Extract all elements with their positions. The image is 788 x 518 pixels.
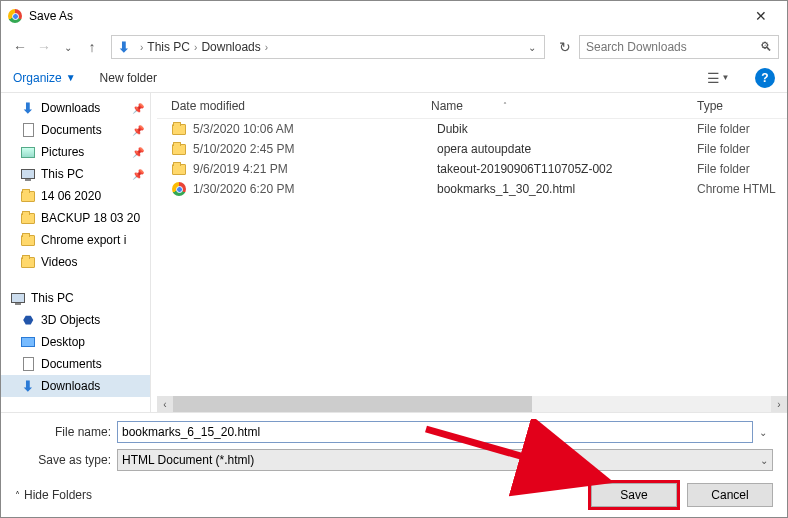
search-placeholder: Search Downloads [586, 40, 687, 54]
footer: File name: ⌄ Save as type: HTML Document… [1, 412, 787, 517]
sidebar-label: This PC [31, 291, 74, 305]
sidebar-item-videos[interactable]: Videos [1, 251, 150, 273]
navbar: ← → ⌄ ↑ ⬇ › This PC › Downloads › ⌄ ↻ Se… [1, 31, 787, 63]
document-icon [21, 357, 35, 371]
filename-label: File name: [15, 425, 111, 439]
download-icon: ⬇ [21, 379, 35, 393]
folder-icon [171, 161, 187, 177]
cell-date: 5/10/2020 2:45 PM [193, 142, 437, 156]
sidebar-label: Documents [41, 357, 102, 371]
cell-type: File folder [697, 122, 787, 136]
folder-icon [21, 189, 35, 203]
save-as-dialog: Save As ✕ ← → ⌄ ↑ ⬇ › This PC › Download… [0, 0, 788, 518]
hide-folders-button[interactable]: ˄ Hide Folders [15, 488, 92, 502]
desktop-icon [21, 335, 35, 349]
type-label: Save as type: [15, 453, 111, 467]
pin-icon: 📌 [132, 147, 144, 158]
cell-type: File folder [697, 162, 787, 176]
chevron-right-icon: › [140, 42, 143, 53]
sidebar-item-desktop[interactable]: Desktop [1, 331, 150, 353]
col-name[interactable]: Name˄ [431, 99, 697, 113]
folder-icon [21, 255, 35, 269]
recent-dropdown[interactable]: ⌄ [57, 36, 79, 58]
scroll-track[interactable] [173, 396, 771, 412]
table-row[interactable]: 9/6/2019 4:21 PMtakeout-20190906T110705Z… [157, 159, 787, 179]
chevron-down-icon: ▼ [66, 72, 76, 83]
sidebar-label: BACKUP 18 03 20 [41, 211, 140, 225]
organize-label: Organize [13, 71, 62, 85]
close-button[interactable]: ✕ [741, 8, 781, 24]
new-folder-button[interactable]: New folder [100, 71, 157, 85]
up-button[interactable]: ↑ [81, 36, 103, 58]
sidebar-label: Documents [41, 123, 102, 137]
folder-icon [171, 121, 187, 137]
col-date[interactable]: Date modified [171, 99, 431, 113]
pin-icon: 📌 [132, 169, 144, 180]
toolbar: Organize ▼ New folder ☰▼ ? [1, 63, 787, 93]
cell-name: bookmarks_1_30_20.html [437, 182, 697, 196]
sidebar-label: 14 06 2020 [41, 189, 101, 203]
chevron-right-icon: › [265, 42, 268, 53]
scroll-right-icon[interactable]: › [771, 396, 787, 412]
sidebar-item-folder[interactable]: BACKUP 18 03 20 [1, 207, 150, 229]
sidebar-item-folder[interactable]: 14 06 2020 [1, 185, 150, 207]
cell-name: takeout-20190906T110705Z-002 [437, 162, 697, 176]
save-label: Save [620, 488, 647, 502]
sidebar-item-pictures[interactable]: Pictures📌 [1, 141, 150, 163]
file-list: Date modified Name˄ Type 5/3/2020 10:06 … [157, 93, 787, 412]
address-dropdown[interactable]: ⌄ [524, 42, 540, 53]
table-row[interactable]: 1/30/2020 6:20 PMbookmarks_1_30_20.htmlC… [157, 179, 787, 199]
address-bar[interactable]: ⬇ › This PC › Downloads › ⌄ [111, 35, 545, 59]
organize-button[interactable]: Organize ▼ [13, 71, 76, 85]
type-combo[interactable]: HTML Document (*.html) ⌄ [117, 449, 773, 471]
sidebar-item-downloads[interactable]: ⬇Downloads📌 [1, 97, 150, 119]
sidebar-label: Downloads [41, 379, 100, 393]
horizontal-scrollbar[interactable]: ‹ › [157, 396, 787, 412]
sidebar-item-documents[interactable]: Documents [1, 353, 150, 375]
table-row[interactable]: 5/3/2020 10:06 AMDubikFile folder [157, 119, 787, 139]
cancel-button[interactable]: Cancel [687, 483, 773, 507]
view-options-button[interactable]: ☰▼ [705, 67, 731, 89]
sidebar-item-documents[interactable]: Documents📌 [1, 119, 150, 141]
back-button[interactable]: ← [9, 36, 31, 58]
col-type[interactable]: Type [697, 99, 787, 113]
sidebar-item-downloads[interactable]: ⬇Downloads [1, 375, 150, 397]
filename-input[interactable] [117, 421, 753, 443]
chevron-right-icon: › [194, 42, 197, 53]
download-icon: ⬇ [116, 39, 132, 55]
filename-dropdown[interactable]: ⌄ [753, 427, 773, 438]
cell-name: opera autoupdate [437, 142, 697, 156]
forward-button[interactable]: → [33, 36, 55, 58]
type-row: Save as type: HTML Document (*.html) ⌄ [15, 449, 773, 471]
sidebar-section-thispc[interactable]: This PC [1, 287, 150, 309]
scroll-left-icon[interactable]: ‹ [157, 396, 173, 412]
folder-icon [21, 233, 35, 247]
table-row[interactable]: 5/10/2020 2:45 PMopera autoupdateFile fo… [157, 139, 787, 159]
sidebar-item-thispc[interactable]: This PC📌 [1, 163, 150, 185]
col-name-label: Name [431, 99, 463, 113]
search-input[interactable]: Search Downloads 🔍︎ [579, 35, 779, 59]
scroll-thumb[interactable] [173, 396, 532, 412]
cell-date: 9/6/2019 4:21 PM [193, 162, 437, 176]
sidebar-item-3dobjects[interactable]: ⬣3D Objects [1, 309, 150, 331]
chrome-icon [7, 8, 23, 24]
search-icon: 🔍︎ [760, 40, 772, 54]
document-icon [21, 123, 35, 137]
window-title: Save As [29, 9, 741, 23]
breadcrumb-seg-0[interactable]: This PC [147, 40, 190, 54]
breadcrumb-seg-1[interactable]: Downloads [201, 40, 260, 54]
sidebar-label: Downloads [41, 101, 100, 115]
help-button[interactable]: ? [755, 68, 775, 88]
cancel-label: Cancel [711, 488, 748, 502]
sidebar: ⬇Downloads📌 Documents📌 Pictures📌 This PC… [1, 93, 151, 412]
cell-type: Chrome HTML [697, 182, 787, 196]
cell-date: 5/3/2020 10:06 AM [193, 122, 437, 136]
sidebar-item-folder[interactable]: Chrome export i [1, 229, 150, 251]
cell-date: 1/30/2020 6:20 PM [193, 182, 437, 196]
cell-type: File folder [697, 142, 787, 156]
type-value: HTML Document (*.html) [122, 453, 254, 467]
save-button[interactable]: Save [591, 483, 677, 507]
refresh-button[interactable]: ↻ [553, 35, 577, 59]
download-icon: ⬇ [21, 101, 35, 115]
chevron-down-icon: ⌄ [760, 455, 768, 466]
